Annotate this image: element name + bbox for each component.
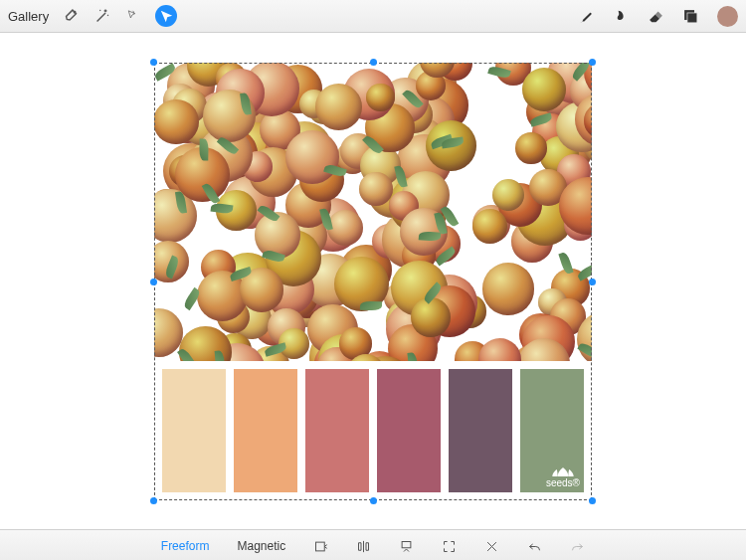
- selection-marquee: [154, 63, 592, 500]
- eraser-icon[interactable]: [648, 8, 664, 25]
- magnetic-mode-button[interactable]: Magnetic: [237, 539, 285, 553]
- handle-middle-right[interactable]: [589, 279, 596, 285]
- close-icon[interactable]: [484, 539, 499, 554]
- canvas-area[interactable]: seeds®: [0, 33, 746, 529]
- handle-top-middle[interactable]: [370, 59, 377, 66]
- layers-icon[interactable]: [682, 8, 699, 25]
- freeform-mode-button[interactable]: Freeform: [161, 539, 210, 553]
- topbar-right-group: [560, 6, 738, 27]
- fullscreen-icon[interactable]: [442, 539, 457, 554]
- move-tool-icon[interactable]: [155, 5, 177, 27]
- handle-bottom-left[interactable]: [150, 497, 157, 504]
- adjust-icon[interactable]: [63, 8, 80, 25]
- undo-icon[interactable]: [527, 539, 542, 554]
- svg-point-0: [75, 11, 76, 12]
- flip-vertical-icon[interactable]: [399, 539, 414, 554]
- bottom-toolbar: Freeform Magnetic: [0, 529, 746, 560]
- topbar-left-group: Gallery: [8, 5, 191, 27]
- redo-icon[interactable]: [570, 539, 585, 554]
- svg-rect-2: [687, 12, 697, 22]
- brush-icon[interactable]: [578, 8, 595, 25]
- current-color-swatch[interactable]: [717, 6, 738, 27]
- handle-bottom-middle[interactable]: [370, 497, 377, 504]
- gallery-button[interactable]: Gallery: [8, 9, 49, 24]
- color-circle: [717, 6, 738, 27]
- selected-object[interactable]: seeds®: [154, 63, 592, 500]
- handle-top-right[interactable]: [589, 59, 596, 66]
- flip-horizontal-icon[interactable]: [356, 539, 371, 554]
- svg-rect-3: [316, 542, 325, 551]
- selection-tool-icon[interactable]: [124, 8, 141, 25]
- smudge-icon[interactable]: [613, 8, 630, 25]
- fit-to-canvas-icon[interactable]: [313, 539, 328, 554]
- handle-top-left[interactable]: [150, 59, 157, 66]
- top-toolbar: Gallery: [0, 0, 746, 33]
- svg-rect-4: [402, 541, 411, 547]
- handle-bottom-right[interactable]: [589, 497, 596, 504]
- wand-icon[interactable]: [93, 8, 110, 25]
- handle-middle-left[interactable]: [150, 279, 157, 285]
